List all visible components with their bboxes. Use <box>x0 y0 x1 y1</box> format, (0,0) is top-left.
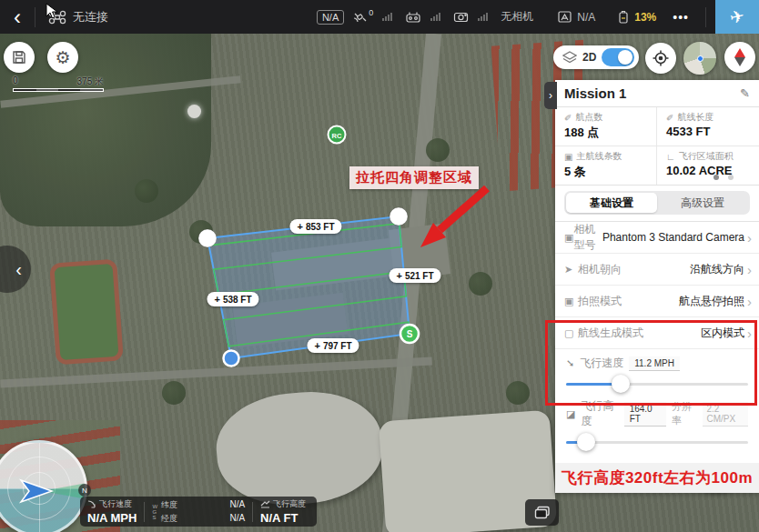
telemetry-speed-value: N/A MPH <box>87 511 137 525</box>
gear-icon: ⚙ <box>55 47 70 68</box>
satellite-icon <box>353 11 368 24</box>
settings-rows: ▣ 相机型号 Phantom 3 Standard Camera › ➤ 相机朝… <box>555 222 759 349</box>
connection-label: 无连接 <box>73 9 108 25</box>
takeoff-button[interactable]: ✈ <box>715 0 759 34</box>
altitude-icon: ◪ <box>566 408 575 420</box>
back-button[interactable]: ‹ <box>0 0 35 34</box>
camera-icon: ▣ <box>564 232 573 244</box>
shutter-icon: ▣ <box>564 296 578 307</box>
telemetry-lat-value: N/A <box>229 499 245 511</box>
tab-advanced-settings[interactable]: 高级设置 <box>657 193 748 213</box>
edge-length-badge: + 797 FT <box>307 338 359 353</box>
flight-mode-icon <box>557 10 572 24</box>
compass-reset-button[interactable] <box>724 42 755 73</box>
minimap-button[interactable] <box>683 42 716 75</box>
crosshair-icon: + <box>314 340 319 351</box>
telemetry-speed-label: 飞行速度 <box>99 498 132 510</box>
row-label: 相机型号 <box>573 222 602 253</box>
row-label: 航线生成模式 <box>578 326 643 341</box>
ruler-icon: ∟ <box>666 152 675 162</box>
locate-button[interactable] <box>645 43 676 74</box>
row-value: 航点悬停拍照 <box>679 294 744 309</box>
stat-label: 飞行区域面积 <box>679 150 734 163</box>
chevron-right-icon: › <box>747 294 752 309</box>
camera-signal-icon <box>453 11 469 23</box>
altitude-slider[interactable] <box>566 433 748 451</box>
altitude-annotation-note: 飞行高度320ft左右为100m <box>555 463 759 493</box>
chevron-right-icon: › <box>747 326 752 341</box>
divider <box>705 7 706 27</box>
flight-sliders: ➘ 飞行速度 11.2 MPH ◪ 飞行高度 164.0 FT 分辨率 2.2 … <box>555 349 759 460</box>
altitude-slider-label: 飞行高度 <box>581 398 618 429</box>
crosshair-icon: + <box>214 294 219 305</box>
chevron-right-icon: › <box>747 230 752 246</box>
row-label: 拍照模式 <box>578 294 622 309</box>
route-icon: ✐ <box>666 113 673 123</box>
row-value: Phantom 3 Standard Camera <box>602 231 744 244</box>
edge-length-value: 538 FT <box>223 295 252 305</box>
save-icon <box>12 50 26 65</box>
row-camera-model[interactable]: ▣ 相机型号 Phantom 3 Standard Camera › <box>555 222 759 254</box>
row-value: 沿航线方向 <box>690 262 744 277</box>
speed-slider[interactable] <box>566 375 748 393</box>
direction-icon: ➤ <box>564 264 578 276</box>
divider <box>35 7 35 27</box>
drag-corners-hint: 拉托四角调整区域 <box>349 166 479 189</box>
telemetry-lat-label: 纬度 <box>161 499 177 511</box>
collapse-panel-tab[interactable]: › <box>544 82 557 109</box>
more-menu-button[interactable]: ••• <box>665 10 696 25</box>
airplane-icon: ✈ <box>728 5 746 29</box>
speed-value-box[interactable]: 11.2 MPH <box>629 356 680 371</box>
telemetry-bar: 飞行速度 N/A MPH W G S 纬度N/A 经度N/A <box>80 497 317 527</box>
mission-stats: ✐航点数 188 点 ✐航线长度 4533 FT ▣主航线条数 5 条 ∟飞行区… <box>555 107 759 186</box>
edge-length-value: 521 FT <box>405 271 434 281</box>
remote-controller-icon <box>405 11 421 24</box>
edit-mission-icon[interactable]: ✎ <box>740 86 750 100</box>
satellite-signal-bars <box>382 13 392 21</box>
app-screen: ‹ 无连接 N/A 0 <box>0 0 759 532</box>
crosshair-icon: + <box>297 221 302 232</box>
edge-length-value: 797 FT <box>323 341 352 351</box>
top-status-bar: ‹ 无连接 N/A 0 <box>0 0 759 34</box>
crosshair-icon: + <box>396 270 401 281</box>
row-route-mode[interactable]: ▢ 航线生成模式 区内模式 › <box>555 317 759 349</box>
stat-main-lines: ▣主航线条数 5 条 <box>555 146 657 185</box>
gps-mode-badge: N/A <box>317 10 344 25</box>
stat-value: 5 条 <box>564 164 647 180</box>
waypoint-icon: ✐ <box>564 113 572 123</box>
route-mode-icon: ▢ <box>564 327 578 339</box>
telemetry-lng-label: 经度 <box>161 513 177 525</box>
compass-south-needle-icon <box>734 57 745 66</box>
tab-basic-settings[interactable]: 基础设置 <box>566 193 657 213</box>
speed-slider-label: 飞行速度 <box>580 356 623 371</box>
row-camera-direction[interactable]: ➤ 相机朝向 沿航线方向 › <box>555 254 759 286</box>
battery-icon <box>617 10 630 24</box>
minimap-location-dot <box>697 55 703 62</box>
stat-label: 航点数 <box>575 111 602 124</box>
stat-value: 188 点 <box>564 125 647 141</box>
altitude-value-box[interactable]: 164.0 FT <box>624 402 666 427</box>
crosshair-locate-icon <box>652 49 670 67</box>
row-photo-mode[interactable]: ▣ 拍照模式 航点悬停拍照 › <box>555 286 759 317</box>
rc-signal-bars <box>430 13 440 21</box>
mission-settings-button[interactable]: ⚙ <box>47 42 78 73</box>
edge-length-badge: + 853 FT <box>289 219 341 234</box>
speed-slider-thumb[interactable] <box>612 375 630 393</box>
flight-mode-value: N/A <box>577 11 595 24</box>
stats-page-dots[interactable] <box>713 175 734 180</box>
telemetry-alt-label: 飞行高度 <box>273 498 306 510</box>
save-mission-button[interactable] <box>4 42 35 73</box>
stat-label: 主航线条数 <box>576 150 622 163</box>
camera-signal-bars <box>478 13 488 21</box>
edge-length-value: 853 FT <box>306 222 335 232</box>
map-2d-toggle[interactable] <box>602 48 634 66</box>
stat-waypoints: ✐航点数 188 点 <box>555 107 657 146</box>
camera-status-label: 无相机 <box>501 9 533 25</box>
mission-title: Mission 1 <box>564 85 626 101</box>
telemetry-lng-value: N/A <box>229 513 245 525</box>
screenshots-button[interactable] <box>525 499 559 526</box>
lines-icon: ▣ <box>564 152 572 162</box>
telemetry-alt-value: N/A FT <box>260 511 306 525</box>
stat-value: 4533 FT <box>666 125 750 138</box>
altitude-slider-thumb[interactable] <box>577 433 595 451</box>
